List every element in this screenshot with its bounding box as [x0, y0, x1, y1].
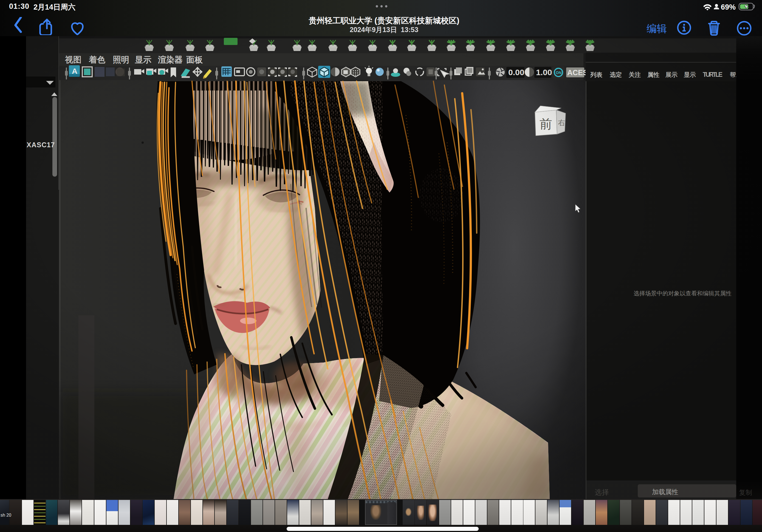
- svg-text:着色: 着色: [89, 55, 105, 64]
- svg-text:1.00: 1.00: [536, 68, 552, 77]
- svg-text:照明: 照明: [113, 55, 129, 64]
- svg-text:ACES: ACES: [567, 69, 588, 77]
- svg-text:ON: ON: [556, 70, 562, 75]
- svg-text:视图: 视图: [65, 55, 81, 64]
- svg-text:显示: 显示: [684, 71, 696, 78]
- svg-text:列表: 列表: [590, 71, 602, 78]
- svg-text:A: A: [72, 67, 77, 75]
- svg-text:渲染器: 渲染器: [158, 55, 183, 64]
- svg-text:属性: 属性: [647, 71, 659, 78]
- svg-text:TURTLE: TURTLE: [703, 71, 723, 78]
- svg-text:显示: 显示: [135, 55, 151, 64]
- svg-text:0.00: 0.00: [508, 68, 524, 77]
- svg-text:关注: 关注: [628, 71, 641, 78]
- svg-text:面板: 面板: [186, 55, 203, 64]
- svg-text:帮助: 帮助: [729, 71, 736, 78]
- svg-text:69%: 69%: [721, 3, 736, 11]
- svg-text:选定: 选定: [609, 71, 622, 78]
- svg-text:展示: 展示: [665, 71, 677, 78]
